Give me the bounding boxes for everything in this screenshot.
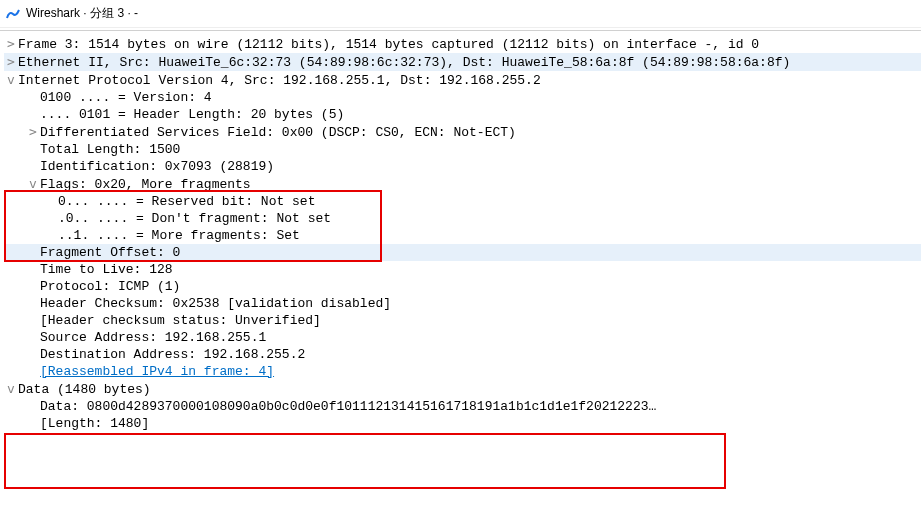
field-text: [Header checksum status: Unverified] xyxy=(40,313,321,328)
chevron-right-icon[interactable]: > xyxy=(4,53,18,70)
link-text[interactable]: [Reassembled IPv4 in frame: 4] xyxy=(40,364,274,379)
ipv4-ttl[interactable]: Time to Live: 128 xyxy=(4,261,921,278)
chevron-down-icon[interactable]: v xyxy=(26,175,40,192)
field-text: Identification: 0x7093 (28819) xyxy=(40,159,274,174)
title-suffix: - xyxy=(134,6,138,20)
ipv4-dest-address[interactable]: Destination Address: 192.168.255.2 xyxy=(4,346,921,363)
field-text: Destination Address: 192.168.255.2 xyxy=(40,347,305,362)
flag-reserved[interactable]: 0... .... = Reserved bit: Not set xyxy=(4,193,921,210)
wireshark-icon xyxy=(6,7,20,21)
field-text: 0100 .... = Version: 4 xyxy=(40,90,212,105)
ipv4-row[interactable]: vInternet Protocol Version 4, Src: 192.1… xyxy=(4,71,921,89)
ipv4-identification[interactable]: Identification: 0x7093 (28819) xyxy=(4,158,921,175)
ipv4-source-address[interactable]: Source Address: 192.168.255.1 xyxy=(4,329,921,346)
chevron-down-icon[interactable]: v xyxy=(4,71,18,88)
frame-row[interactable]: >Frame 3: 1514 bytes on wire (12112 bits… xyxy=(4,35,921,53)
title-sep: · xyxy=(127,6,130,20)
field-text: ..1. .... = More fragments: Set xyxy=(58,228,300,243)
field-text: .... 0101 = Header Length: 20 bytes (5) xyxy=(40,107,344,122)
field-text: .0.. .... = Don't fragment: Not set xyxy=(58,211,331,226)
ipv4-reassembled-link[interactable]: [Reassembled IPv4 in frame: 4] xyxy=(4,363,921,380)
ipv4-flags-row[interactable]: vFlags: 0x20, More fragments xyxy=(4,175,921,193)
flag-dontfragment[interactable]: .0.. .... = Don't fragment: Not set xyxy=(4,210,921,227)
title-sep: · xyxy=(83,6,86,20)
field-text: 0... .... = Reserved bit: Not set xyxy=(58,194,315,209)
data-row[interactable]: vData (1480 bytes) xyxy=(4,380,921,398)
ipv4-header-checksum[interactable]: Header Checksum: 0x2538 [validation disa… xyxy=(4,295,921,312)
field-text: Total Length: 1500 xyxy=(40,142,180,157)
highlight-box-data xyxy=(4,433,726,489)
data-length[interactable]: [Length: 1480] xyxy=(4,415,921,432)
field-text: Flags: 0x20, More fragments xyxy=(40,177,251,192)
ipv4-version[interactable]: 0100 .... = Version: 4 xyxy=(4,89,921,106)
field-text: Header Checksum: 0x2538 [validation disa… xyxy=(40,296,391,311)
ipv4-fragment-offset[interactable]: Fragment Offset: 0 xyxy=(4,244,921,261)
field-text: Differentiated Services Field: 0x00 (DSC… xyxy=(40,125,516,140)
window-title: Wireshark · 分组 3 · - xyxy=(26,5,138,22)
packet-details-tree[interactable]: >Frame 3: 1514 bytes on wire (12112 bits… xyxy=(0,35,921,432)
doc-name: 分组 3 xyxy=(90,6,124,20)
field-text: Source Address: 192.168.255.1 xyxy=(40,330,266,345)
titlebar: Wireshark · 分组 3 · - xyxy=(0,0,921,28)
data-bytes[interactable]: Data: 0800d4289370000108090a0b0c0d0e0f10… xyxy=(4,398,921,415)
field-text: Time to Live: 128 xyxy=(40,262,173,277)
app-name: Wireshark xyxy=(26,6,80,20)
field-text: Data: 0800d4289370000108090a0b0c0d0e0f10… xyxy=(40,399,656,414)
field-text: Protocol: ICMP (1) xyxy=(40,279,180,294)
ethernet-text: Ethernet II, Src: HuaweiTe_6c:32:73 (54:… xyxy=(18,55,790,70)
data-header-text: Data (1480 bytes) xyxy=(18,382,151,397)
ipv4-protocol[interactable]: Protocol: ICMP (1) xyxy=(4,278,921,295)
field-text: [Length: 1480] xyxy=(40,416,149,431)
field-text: Fragment Offset: 0 xyxy=(40,245,180,260)
chevron-right-icon[interactable]: > xyxy=(4,35,18,52)
flag-morefragments[interactable]: ..1. .... = More fragments: Set xyxy=(4,227,921,244)
frame-text: Frame 3: 1514 bytes on wire (12112 bits)… xyxy=(18,37,759,52)
ipv4-total-length[interactable]: Total Length: 1500 xyxy=(4,141,921,158)
ipv4-text: Internet Protocol Version 4, Src: 192.16… xyxy=(18,73,541,88)
ethernet-row[interactable]: >Ethernet II, Src: HuaweiTe_6c:32:73 (54… xyxy=(4,53,921,71)
chevron-down-icon[interactable]: v xyxy=(4,380,18,397)
ipv4-header-length[interactable]: .... 0101 = Header Length: 20 bytes (5) xyxy=(4,106,921,123)
ipv4-dsf[interactable]: >Differentiated Services Field: 0x00 (DS… xyxy=(4,123,921,141)
ipv4-checksum-status[interactable]: [Header checksum status: Unverified] xyxy=(4,312,921,329)
chevron-right-icon[interactable]: > xyxy=(26,123,40,140)
divider xyxy=(0,30,921,31)
